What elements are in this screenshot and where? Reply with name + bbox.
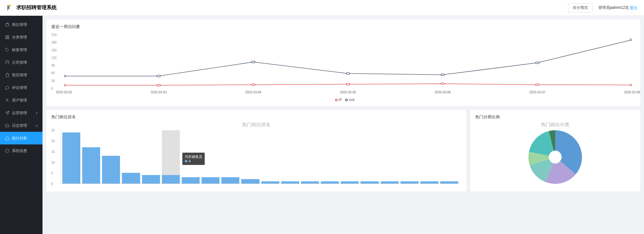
svg-point-1 [157,84,160,86]
sidebar-item-label: 统计分析 [12,136,27,141]
y-tick-label: 0 [51,87,53,90]
app-logo-icon [6,4,13,11]
sidebar-item-6[interactable]: 用户管理 [0,94,43,107]
chart-tooltip: 汽车销售员4 [182,153,205,165]
x-tick-label: 2025-03-05 [340,91,356,94]
sidebar-item-9[interactable]: 统计分析 [0,132,43,144]
bar[interactable] [142,130,160,184]
y-tick-label: 0 [51,182,53,186]
bar[interactable] [341,130,359,184]
tag-icon [5,48,9,52]
sidebar-item-5[interactable]: 评论管理 [0,81,43,94]
bar[interactable] [102,130,120,184]
svg-point-11 [441,74,444,76]
bar[interactable] [82,130,100,184]
visit-chart-card: 最近一周访问量 0306090120150180210 2025-03-0220… [46,20,640,106]
folder-icon [5,123,9,128]
y-tick-label: 10 [51,161,55,164]
sidebar-item-0[interactable]: 岗位管理 [0,18,43,31]
y-tick-label: 30 [51,79,55,82]
bar[interactable] [420,130,438,184]
sidebar-item-1[interactable]: 分类管理 [0,31,43,44]
hot-category-donut-chart [475,130,635,184]
sidebar-item-label: 岗位管理 [12,22,27,27]
current-user-label: 管理员[admin123] [598,5,628,10]
bar[interactable] [241,130,259,184]
hot-category-card: 热门分类比例 热门岗位分类 [470,110,640,191]
svg-point-6 [630,84,632,86]
y-tick-label: 15 [51,150,55,154]
user-icon [5,98,9,102]
sidebar-item-8[interactable]: 日志管理▾ [0,119,43,132]
y-tick-label: 60 [51,71,55,75]
svg-point-7 [64,75,66,77]
bar[interactable] [401,130,419,184]
sidebar-item-4[interactable]: 简历管理 [0,69,43,81]
building-icon [5,60,9,65]
sidebar: 岗位管理分类管理标签管理公司管理简历管理评论管理用户管理运营管理▾日志管理▾统计… [0,16,43,234]
sidebar-item-2[interactable]: 标签管理 [0,44,43,56]
sidebar-item-label: 简历管理 [12,73,27,78]
hot-rank-chart-title: 热门岗位排名 [51,122,461,128]
send-icon [5,111,9,115]
app-header: 求职招聘管理系统 前台预览 管理员[admin123] 退出 [0,0,644,16]
bar[interactable] [261,130,279,184]
bar[interactable] [440,130,458,184]
bar[interactable] [381,130,399,184]
sidebar-item-label: 日志管理 [12,123,27,128]
hot-category-title: 热门分类比例 [475,114,635,120]
chevron-down-icon: ▾ [36,124,37,127]
main-content: 最近一周访问量 0306090120150180210 2025-03-0220… [43,16,644,234]
bar[interactable] [62,130,80,184]
y-tick-label: 150 [51,48,57,52]
sidebar-item-label: 用户管理 [12,98,27,103]
legend-label: IP [339,98,342,102]
y-tick-label: 180 [51,41,57,44]
home-icon [5,136,9,140]
x-tick-label: 2025-03-07 [529,91,545,94]
x-tick-label: 2025-03-02 [56,91,72,94]
sidebar-item-label: 公司管理 [12,60,27,65]
hot-category-chart-title: 热门岗位分类 [475,122,635,128]
briefcase-icon [5,22,9,27]
bar[interactable] [122,130,140,184]
sidebar-item-label: 标签管理 [12,47,27,53]
svg-point-0 [64,84,66,86]
bar[interactable]: 汽车销售员4 [162,130,180,184]
info-icon [5,149,9,153]
bar[interactable] [281,130,299,184]
bar[interactable] [321,130,339,184]
sidebar-item-label: 系统信息 [12,148,27,154]
svg-point-12 [536,62,539,64]
file-icon [5,73,9,77]
sidebar-item-10[interactable]: 系统信息 [0,144,43,157]
y-tick-label: 25 [51,129,55,132]
x-tick-label: 2025-03-04 [245,91,261,94]
comment-icon [5,85,9,90]
sidebar-item-label: 评论管理 [12,85,27,91]
x-tick-label: 2025-03-06 [435,91,451,94]
legend-label: visit [349,98,355,102]
x-tick-label: 2025-03-03 [151,91,167,94]
bar[interactable] [221,130,239,184]
logout-link[interactable]: 退出 [630,5,638,11]
svg-point-3 [346,83,350,85]
bar[interactable] [361,130,379,184]
svg-point-8 [157,75,160,77]
sidebar-item-label: 分类管理 [12,35,27,40]
sidebar-item-label: 运营管理 [12,110,27,116]
svg-point-9 [252,61,255,63]
y-tick-label: 5 [51,172,53,175]
frontend-preview-button[interactable]: 前台预览 [568,3,593,12]
hot-rank-card: 热门岗位排名 热门岗位排名 0510152025 汽车销售员4 [46,110,466,191]
bar[interactable] [301,130,319,184]
y-tick-label: 20 [51,139,55,143]
svg-point-10 [346,73,350,74]
y-tick-label: 210 [51,33,57,37]
hot-rank-bar-chart: 0510152025 汽车销售员4 [51,130,461,187]
sidebar-item-7[interactable]: 运营管理▾ [0,107,43,119]
x-tick-label: 2025-03-08 [624,91,640,94]
y-tick-label: 90 [51,64,55,67]
sidebar-item-3[interactable]: 公司管理 [0,56,43,69]
svg-point-13 [630,39,632,41]
